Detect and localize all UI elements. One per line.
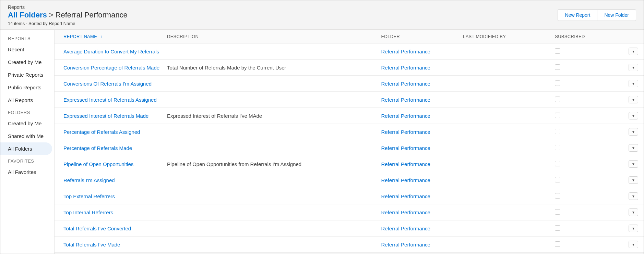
report-folder-link[interactable]: Referral Performance: [381, 193, 430, 199]
sidebar-item-reports-4[interactable]: All Reports: [0, 94, 54, 106]
subscribed-checkbox[interactable]: [555, 48, 560, 54]
report-name-link[interactable]: Percentage of Referrals Made: [63, 145, 132, 151]
row-actions-menu-button[interactable]: ▼: [629, 208, 638, 216]
report-folder-link[interactable]: Referral Performance: [381, 161, 430, 167]
report-name-link[interactable]: Total Referrals I've Made: [63, 242, 120, 247]
subscribed-checkbox[interactable]: [555, 113, 560, 118]
breadcrumb-root-link[interactable]: All Folders: [8, 11, 47, 20]
sidebar-item-reports-2[interactable]: Private Reports: [0, 68, 54, 81]
sidebar-item-folders-2[interactable]: All Folders: [0, 142, 52, 155]
report-description: Pipeline of Open Opportunities from Refe…: [164, 156, 378, 172]
report-description: [164, 76, 378, 92]
report-description: Value of Closed Opportunities from Refer…: [164, 253, 378, 254]
new-folder-button[interactable]: New Folder: [597, 9, 636, 21]
report-name-link[interactable]: Percentage of Referrals Assigned: [63, 129, 140, 135]
sidebar-item-folders-1[interactable]: Shared with Me: [0, 130, 54, 142]
report-description: [164, 188, 378, 204]
row-actions-menu-button[interactable]: ▼: [629, 225, 638, 232]
reports-table: REPORT NAME ↑ DESCRIPTION FOLDER LAST MO…: [55, 30, 644, 254]
report-name-link[interactable]: Average Duration to Convert My Referrals: [63, 49, 159, 54]
report-folder-link[interactable]: Referral Performance: [381, 242, 430, 247]
table-row: Percentage of Referrals MadeReferral Per…: [55, 140, 644, 156]
row-actions-menu-button[interactable]: ▼: [629, 176, 638, 184]
row-actions-menu-button[interactable]: ▼: [629, 241, 638, 248]
subscribed-checkbox[interactable]: [555, 80, 560, 86]
subscribed-checkbox[interactable]: [555, 209, 560, 215]
report-modified-by: [460, 124, 551, 140]
row-actions-menu-button[interactable]: ▼: [629, 192, 638, 200]
subscribed-checkbox[interactable]: [555, 145, 560, 150]
subscribed-checkbox[interactable]: [555, 97, 560, 102]
report-name-link[interactable]: Expressed Interest of Referrals Assigned: [63, 97, 157, 103]
sidebar-item-folders-0[interactable]: Created by Me: [0, 117, 54, 130]
table-row: Conversion Percentage of Referrals MadeT…: [55, 60, 644, 76]
row-actions-menu-button[interactable]: ▼: [629, 80, 638, 87]
report-description: [164, 92, 378, 108]
subscribed-checkbox[interactable]: [555, 177, 560, 182]
column-header-modified-by[interactable]: LAST MODIFIED BY: [460, 30, 551, 43]
report-description: [164, 204, 378, 220]
column-header-name[interactable]: REPORT NAME ↑: [55, 30, 164, 43]
column-header-description[interactable]: DESCRIPTION: [164, 30, 378, 43]
table-row: Percentage of Referrals AssignedReferral…: [55, 124, 644, 140]
table-row: Total Referrals I've MadeReferral Perfor…: [55, 237, 644, 253]
report-name-link[interactable]: Top Internal Referrers: [63, 209, 113, 215]
report-name-link[interactable]: Expressed Interest of Referrals Made: [63, 113, 148, 119]
row-actions-menu-button[interactable]: ▼: [629, 48, 638, 55]
row-actions-menu-button[interactable]: ▼: [629, 128, 638, 136]
report-folder-link[interactable]: Referral Performance: [381, 65, 430, 71]
report-description: Expressed Interest of Referrals I've MAd…: [164, 108, 378, 124]
report-name-link[interactable]: Referrals I'm Assigned: [63, 177, 115, 183]
subscribed-checkbox[interactable]: [555, 64, 560, 70]
report-name-link[interactable]: Pipeline of Open Opportunities: [63, 161, 133, 167]
subscribed-checkbox[interactable]: [555, 161, 560, 166]
sidebar-heading-folders: FOLDERS: [0, 106, 54, 117]
table-row: Conversions Of Referrals I'm AssignedRef…: [55, 76, 644, 92]
report-description: [164, 237, 378, 253]
row-actions-menu-button[interactable]: ▼: [629, 96, 638, 103]
report-name-link[interactable]: Top External Referrers: [63, 193, 115, 199]
report-modified-by: [460, 60, 551, 76]
sidebar-item-reports-1[interactable]: Created by Me: [0, 56, 54, 68]
report-folder-link[interactable]: Referral Performance: [381, 177, 430, 183]
report-modified-by: [460, 172, 551, 188]
sidebar-item-favorites-0[interactable]: All Favorites: [0, 166, 54, 178]
subscribed-checkbox[interactable]: [555, 241, 560, 247]
report-folder-link[interactable]: Referral Performance: [381, 97, 430, 103]
row-actions-menu-button[interactable]: ▼: [629, 144, 638, 152]
report-modified-by: [460, 253, 551, 254]
report-description: [164, 220, 378, 237]
column-header-folder[interactable]: FOLDER: [378, 30, 460, 43]
report-folder-link[interactable]: Referral Performance: [381, 49, 430, 54]
report-name-link[interactable]: Total Referrals I've Converted: [63, 226, 131, 231]
report-modified-by: [460, 76, 551, 92]
report-folder-link[interactable]: Referral Performance: [381, 113, 430, 119]
subscribed-checkbox[interactable]: [555, 225, 560, 231]
report-modified-by: [460, 140, 551, 156]
report-folder-link[interactable]: Referral Performance: [381, 209, 430, 215]
report-modified-by: [460, 188, 551, 204]
report-modified-by: [460, 108, 551, 124]
row-actions-menu-button[interactable]: ▼: [629, 160, 638, 168]
header-eyebrow: Reports: [8, 4, 128, 10]
sidebar-item-reports-0[interactable]: Recent: [0, 43, 54, 56]
report-folder-link[interactable]: Referral Performance: [381, 226, 430, 231]
subscribed-checkbox[interactable]: [555, 129, 560, 134]
report-name-link[interactable]: Conversion Percentage of Referrals Made: [63, 65, 159, 71]
column-header-subscribed[interactable]: SUBSCRIBED: [551, 30, 623, 43]
subscribed-checkbox[interactable]: [555, 193, 560, 199]
report-folder-link[interactable]: Referral Performance: [381, 145, 430, 151]
table-row: Pipeline of Open OpportunitiesPipeline o…: [55, 156, 644, 172]
header-meta: 14 items · Sorted by Report Name: [8, 21, 128, 26]
breadcrumb-current: Referral Performance: [56, 11, 128, 20]
new-report-button[interactable]: New Report: [558, 9, 597, 21]
row-actions-menu-button[interactable]: ▼: [629, 112, 638, 119]
table-row: Expressed Interest of Referrals MadeExpr…: [55, 108, 644, 124]
report-modified-by: [460, 204, 551, 220]
row-actions-menu-button[interactable]: ▼: [629, 64, 638, 71]
report-folder-link[interactable]: Referral Performance: [381, 129, 430, 135]
report-description: [164, 140, 378, 156]
sidebar-item-reports-3[interactable]: Public Reports: [0, 81, 54, 94]
report-name-link[interactable]: Conversions Of Referrals I'm Assigned: [63, 81, 152, 87]
report-folder-link[interactable]: Referral Performance: [381, 81, 430, 87]
